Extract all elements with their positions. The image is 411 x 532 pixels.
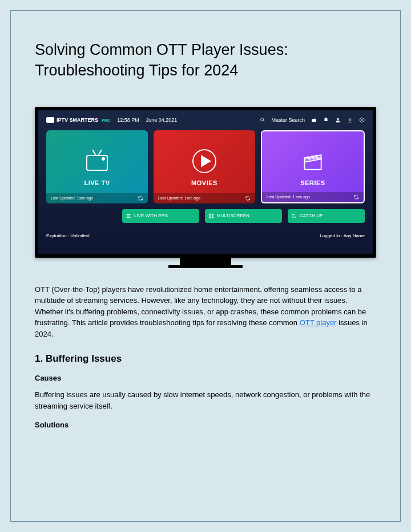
tile-movies: MOVIES Last Updated: 1sec ago xyxy=(154,130,255,203)
refresh-icon xyxy=(245,195,251,201)
tv-image: IPTV SMARTERS PRO 12:58 PM June 04,2021 … xyxy=(35,107,376,268)
btn-live-epg: LIVE WITH EPG xyxy=(122,209,199,223)
svg-line-1 xyxy=(263,121,264,122)
svg-point-5 xyxy=(361,119,362,121)
tile-footer: Last Updated: 1sec ago xyxy=(46,193,148,203)
grid-icon xyxy=(208,213,214,219)
tile-label: LIVE TV xyxy=(84,179,110,186)
download-icon xyxy=(346,117,353,123)
tv-screen: IPTV SMARTERS PRO 12:58 PM June 04,2021 … xyxy=(38,110,373,254)
svg-rect-21 xyxy=(209,217,211,218)
btn-label: LIVE WITH EPG xyxy=(134,213,168,218)
list-icon xyxy=(126,213,131,219)
search-icon xyxy=(259,117,265,123)
logged-in-label: Logged in : Any Name xyxy=(320,233,365,238)
bell-icon xyxy=(323,117,329,123)
expiration-label: Expiration : Unlimited xyxy=(46,233,90,238)
play-icon xyxy=(191,147,218,175)
refresh-icon xyxy=(138,195,143,201)
date-label: June 04,2021 xyxy=(146,117,178,123)
logo-icon xyxy=(46,117,54,123)
svg-line-8 xyxy=(92,150,96,155)
rewind-icon xyxy=(291,213,297,219)
topbar-right: Master Search xyxy=(259,117,365,123)
updated-label: Last Updated: 1sec ago xyxy=(51,196,93,200)
radio-icon xyxy=(311,117,317,123)
gear-icon xyxy=(358,117,365,123)
causes-heading: Causes xyxy=(35,374,376,382)
tv-topbar: IPTV SMARTERS PRO 12:58 PM June 04,2021 … xyxy=(46,115,365,128)
tile-series: SERIES Last Updated: 1 sec ago xyxy=(261,130,365,203)
btn-label: MULTISCREEN xyxy=(217,213,249,218)
svg-point-0 xyxy=(261,118,264,121)
bottom-bar: Expiration : Unlimited Logged in : Any N… xyxy=(46,233,365,238)
user-icon xyxy=(335,117,341,123)
search-label: Master Search xyxy=(271,117,305,123)
button-row: LIVE WITH EPG MULTISCREEN CATCH UP xyxy=(46,209,365,223)
updated-label: Last Updated: 1sec ago xyxy=(158,196,200,200)
section-1-heading: 1. Buffering Issues xyxy=(35,353,376,365)
refresh-icon xyxy=(353,194,359,200)
intro-paragraph: OTT (Over-the-Top) players have revoluti… xyxy=(35,284,376,340)
app-logo: IPTV SMARTERS PRO xyxy=(46,117,110,123)
page-title: Solving Common OTT Player Issues: Troubl… xyxy=(35,39,376,81)
clapper-icon xyxy=(299,147,327,175)
ott-player-link[interactable]: OTT player xyxy=(300,318,337,327)
logo-text: IPTV SMARTERS xyxy=(57,117,98,123)
tv-frame: IPTV SMARTERS PRO 12:58 PM June 04,2021 … xyxy=(35,107,376,258)
svg-line-9 xyxy=(98,150,102,155)
btn-multiscreen: MULTISCREEN xyxy=(205,209,282,223)
tile-livetv: LIVE TV Last Updated: 1sec ago xyxy=(46,130,148,203)
svg-rect-22 xyxy=(212,217,213,218)
svg-rect-20 xyxy=(212,214,213,215)
tile-footer: Last Updated: 1 sec ago xyxy=(262,192,364,202)
btn-catchup: CATCH UP xyxy=(288,209,365,223)
tv-icon xyxy=(83,147,111,175)
logo-sub: PRO xyxy=(102,118,110,122)
tile-label: SERIES xyxy=(300,179,325,186)
tiles-row: LIVE TV Last Updated: 1sec ago MOVIES xyxy=(46,130,365,203)
solutions-heading: Solutions xyxy=(35,421,376,429)
updated-label: Last Updated: 1 sec ago xyxy=(267,195,310,199)
document-page: Solving Common OTT Player Issues: Troubl… xyxy=(10,10,401,522)
svg-line-3 xyxy=(314,118,316,119)
time-label: 12:58 PM xyxy=(117,117,139,123)
svg-rect-2 xyxy=(312,119,316,122)
causes-paragraph: Buffering issues are usually caused by s… xyxy=(35,389,376,411)
btn-label: CATCH UP xyxy=(300,213,323,218)
tv-stand xyxy=(180,258,231,268)
tile-footer: Last Updated: 1sec ago xyxy=(154,193,255,203)
svg-marker-11 xyxy=(202,156,210,166)
svg-point-7 xyxy=(102,158,104,160)
tile-label: MOVIES xyxy=(191,179,217,186)
svg-rect-19 xyxy=(209,214,211,215)
svg-point-4 xyxy=(337,118,339,120)
